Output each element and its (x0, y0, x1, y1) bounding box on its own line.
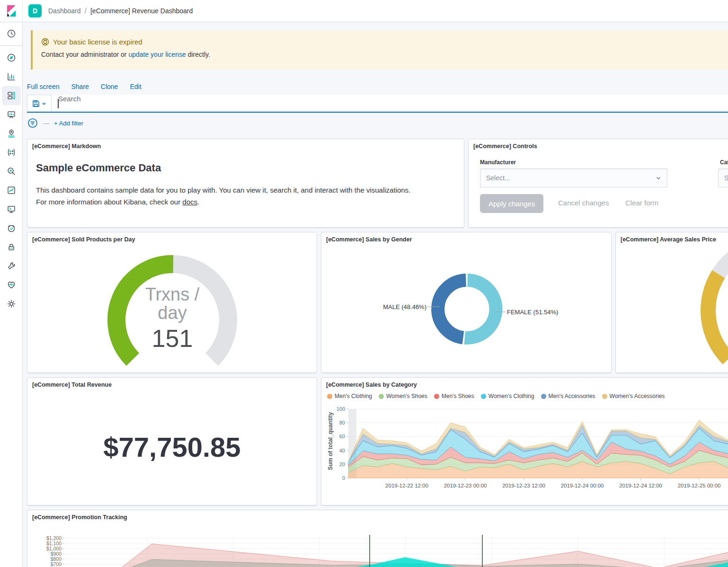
sidebar-item-metrics[interactable] (2, 181, 21, 200)
chevron-down-icon (656, 175, 661, 181)
console-icon (6, 204, 17, 214)
gear-icon (6, 299, 17, 309)
breadcrumb-dashboard[interactable]: Dashboard (48, 7, 81, 15)
filter-icon[interactable] (27, 117, 38, 129)
top-navigation-bar: D Dashboard / [eCommerce] Revenue Dashbo… (0, 0, 728, 22)
breadcrumb-separator: / (85, 7, 87, 15)
dashboard-icon (6, 90, 17, 101)
sidebar-item-dev-tools[interactable] (2, 257, 21, 275)
sidebar-item-logs[interactable] (2, 200, 21, 219)
clear-form-button[interactable]: Clear form (625, 199, 658, 207)
dashboard-main: Your basic license is expired Contact yo… (23, 22, 728, 567)
search-input[interactable] (52, 95, 152, 103)
gauge-text: Trxns / day 151 (115, 285, 229, 353)
svg-text:80: 80 (339, 420, 345, 425)
wrench-icon (6, 261, 17, 271)
sidebar-item-discover[interactable] (2, 48, 21, 67)
markdown-heading: Sample eCommerce Data (36, 162, 464, 174)
banner-title: Your basic license is expired (53, 38, 142, 46)
share-button[interactable]: Share (71, 83, 89, 90)
apply-changes-button[interactable]: Apply changes (480, 194, 543, 213)
panel-controls: [eCommerce] Controls Manufacturer Select… (468, 139, 728, 228)
sidebar-item-siem[interactable] (2, 238, 21, 257)
cancel-changes-button[interactable]: Cancel changes (558, 199, 609, 207)
svg-text:2019-12-24 00:00: 2019-12-24 00:00 (561, 483, 604, 488)
manufacturer-label: Manufacturer (480, 159, 516, 166)
sidebar-item-management[interactable] (2, 294, 21, 313)
sidebar-item-canvas[interactable] (2, 105, 21, 124)
panel-sales-by-gender: [eCommerce] Sales by Gender MALE (48.46%… (321, 232, 612, 373)
total-revenue-value: $77,750.85 (27, 431, 317, 463)
panel-title: [eCommerce] Total Revenue (27, 378, 317, 392)
svg-text:60: 60 (339, 434, 345, 439)
saved-query-menu-button[interactable] (27, 95, 52, 112)
svg-text:20: 20 (339, 461, 345, 467)
heartbeat-icon (6, 280, 17, 290)
panel-title: [eCommerce] Controls (469, 139, 728, 153)
sidebar-item-graph[interactable] (2, 162, 21, 181)
gauge-chart (616, 232, 728, 373)
panel-average-sales-price: [eCommerce] Average Sales Price (615, 232, 728, 373)
panel-sold-products-gauge: [eCommerce] Sold Products per Day Trxns … (27, 232, 317, 373)
kibana-logo[interactable] (0, 0, 23, 22)
chevron-down-icon (42, 101, 46, 106)
docs-link[interactable]: docs (182, 198, 197, 206)
space-avatar[interactable]: D (28, 4, 42, 18)
clock-icon (6, 28, 17, 39)
maps-icon (6, 128, 17, 139)
panel-sales-by-category: [eCommerce] Sales by Category Men's Clot… (321, 377, 728, 505)
panel-total-revenue: [eCommerce] Total Revenue $77,750.85 (27, 377, 317, 505)
help-ring-icon (41, 38, 49, 46)
svg-text:2019-12-23 00:00: 2019-12-23 00:00 (444, 483, 487, 488)
stacked-area-chart: 0204060801002019-12-22 12:002019-12-23 0… (321, 378, 728, 494)
category-select[interactable]: Select... (718, 168, 728, 187)
clone-button[interactable]: Clone (101, 83, 118, 90)
markdown-text: This dashboard contains sample data for … (36, 186, 410, 206)
svg-text:2019-12-24 12:00: 2019-12-24 12:00 (619, 483, 662, 488)
edit-button[interactable]: Edit (130, 83, 141, 90)
manufacturer-select[interactable]: Select... (480, 168, 667, 187)
sidebar-item-stack-monitoring[interactable] (2, 275, 21, 294)
sidebar-item-maps[interactable] (2, 124, 21, 143)
sidebar-item-uptime[interactable] (2, 219, 21, 238)
svg-text:2019-12-23 12:00: 2019-12-23 12:00 (502, 483, 545, 488)
bar-chart-icon (6, 71, 17, 82)
sidebar-item-dashboard[interactable] (2, 86, 21, 105)
sidebar-item-machine-learning[interactable] (2, 143, 21, 162)
panel-title: [eCommerce] Sales by Gender (321, 232, 611, 247)
male-slice-label: MALE (48.46%) (378, 303, 426, 310)
full-screen-button[interactable]: Full screen (27, 83, 59, 90)
gauge-label-line2: day (115, 304, 229, 322)
app-sidebar (0, 22, 23, 567)
markdown-text-end: . (197, 198, 199, 206)
svg-text:2019-12-22 12:00: 2019-12-22 12:00 (385, 483, 428, 488)
svg-text:40: 40 (339, 448, 345, 453)
panel-promotion-tracking: [eCommerce] Promotion Tracking $1,200$1,… (27, 510, 728, 567)
compass-icon (6, 53, 17, 63)
svg-text:2019-12-25 00:00: 2019-12-25 00:00 (678, 483, 721, 488)
manufacturer-select-placeholder: Select... (486, 174, 510, 182)
gauge-label-line1: Trxns / (115, 285, 229, 304)
kibana-logo-icon (5, 4, 18, 18)
sidebar-item-recently-viewed[interactable] (2, 24, 21, 43)
panel-title: [eCommerce] Sales by Category (321, 378, 728, 392)
sidebar-item-visualize[interactable] (2, 67, 21, 86)
add-filter-button[interactable]: + Add filter (54, 120, 83, 127)
svg-text:100: 100 (337, 406, 345, 412)
dashboard-menu: Full screen Share Clone Edit (27, 83, 142, 90)
category-select-placeholder: Select... (724, 174, 728, 182)
machine-learning-icon (6, 147, 17, 158)
license-warning-banner: Your basic license is expired Contact yo… (31, 30, 728, 70)
svg-text:0: 0 (342, 475, 345, 481)
graph-icon (6, 166, 17, 177)
panel-title: [eCommerce] Markdown (27, 139, 464, 153)
breadcrumb-current: [eCommerce] Revenue Dashboard (90, 7, 193, 15)
banner-text-post: directly. (186, 51, 210, 58)
category-label: Cat (720, 159, 728, 166)
query-bar (27, 95, 728, 113)
panel-title: [eCommerce] Sold Products per Day (27, 232, 317, 247)
panel-title: [eCommerce] Average Sales Price (616, 232, 728, 247)
update-license-link[interactable]: update your license (128, 51, 186, 58)
canvas-icon (6, 109, 17, 120)
lock-icon (6, 242, 17, 252)
